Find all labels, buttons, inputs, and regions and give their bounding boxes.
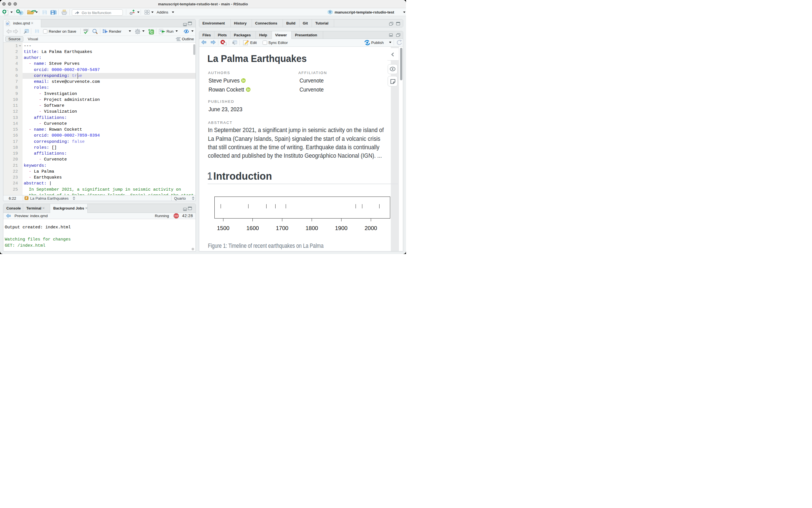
svg-text:STOP: STOP xyxy=(174,215,178,217)
svg-text:C: C xyxy=(150,30,153,34)
svg-text:ABC: ABC xyxy=(83,29,89,32)
svg-text:G: G xyxy=(130,11,133,15)
svg-text:R: R xyxy=(329,10,331,14)
